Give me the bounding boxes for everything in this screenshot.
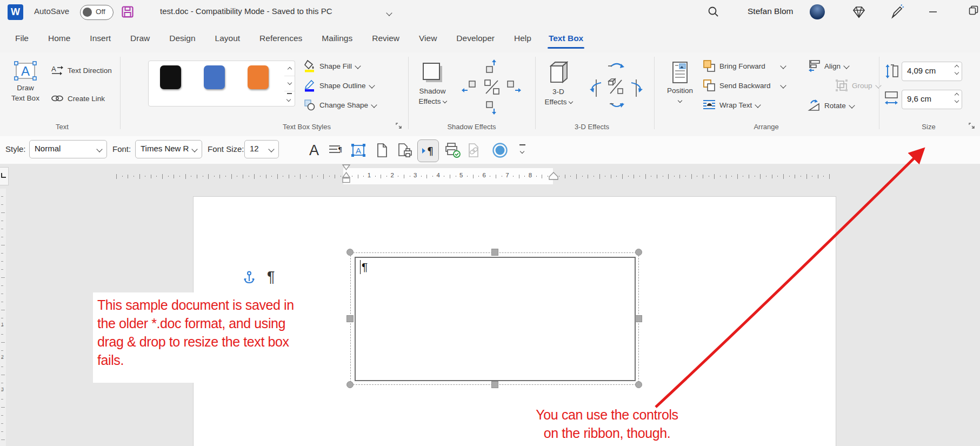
nudge-shadow-down-button[interactable] bbox=[482, 100, 501, 116]
quick-print-button[interactable] bbox=[442, 139, 463, 161]
menu-tab-design[interactable]: Design bbox=[159, 25, 205, 52]
styles-dialog-launcher-icon[interactable] bbox=[395, 122, 403, 130]
bring-forward-button[interactable]: Bring Forward bbox=[703, 59, 785, 72]
search-icon[interactable] bbox=[707, 5, 719, 18]
document-title[interactable]: test.doc - Compatibility Mode - Saved to… bbox=[160, 6, 332, 16]
send-backward-icon bbox=[703, 79, 716, 92]
tab-stop-selector[interactable] bbox=[0, 167, 9, 185]
gallery-more-button[interactable] bbox=[284, 91, 295, 106]
nudge-shadow-up-button[interactable] bbox=[482, 59, 501, 74]
ruler-tick bbox=[122, 176, 123, 177]
indent-markers[interactable] bbox=[342, 164, 351, 185]
threed-on-off-button[interactable] bbox=[606, 77, 625, 96]
chevron-down-icon bbox=[371, 102, 377, 108]
tilt-up-button[interactable] bbox=[606, 59, 627, 73]
height-spinner[interactable] bbox=[955, 64, 958, 74]
word-logo-icon[interactable]: W bbox=[8, 4, 23, 20]
resize-handle-middle-right[interactable] bbox=[635, 315, 642, 322]
menu-tab-draw[interactable]: Draw bbox=[121, 25, 159, 52]
style-swatch-black[interactable] bbox=[160, 65, 181, 89]
gallery-scroll-up[interactable] bbox=[284, 61, 295, 76]
shape-fill-button[interactable]: Shape Fill bbox=[304, 59, 360, 72]
menu-tab-help[interactable]: Help bbox=[504, 25, 541, 52]
resize-handle-top-left[interactable] bbox=[346, 249, 354, 256]
menu-tab-insert[interactable]: Insert bbox=[80, 25, 121, 52]
menu-tab-references[interactable]: References bbox=[250, 25, 312, 52]
menu-tab-home[interactable]: Home bbox=[38, 25, 80, 52]
menu-tab-mailings[interactable]: Mailings bbox=[312, 25, 362, 52]
chevron-down-icon[interactable] bbox=[780, 82, 786, 88]
gallery-scroll-down[interactable] bbox=[284, 76, 295, 91]
create-link-button[interactable]: Create Link bbox=[51, 93, 105, 104]
menu-tab-view[interactable]: View bbox=[409, 25, 446, 52]
toolbar-overflow-button[interactable] bbox=[515, 139, 530, 161]
shadow-on-off-button[interactable] bbox=[483, 78, 501, 96]
nudge-shadow-left-button[interactable] bbox=[461, 79, 479, 95]
style-swatch-orange[interactable] bbox=[248, 65, 269, 89]
width-spinner[interactable] bbox=[955, 92, 958, 102]
group-divider bbox=[879, 57, 879, 129]
text-box[interactable] bbox=[355, 257, 636, 381]
rotate-button[interactable]: Rotate bbox=[808, 99, 854, 112]
threed-effects-button[interactable]: 3-D Effects bbox=[539, 57, 577, 119]
title-dropdown-chevron-icon[interactable] bbox=[387, 9, 391, 18]
align-button[interactable]: Align bbox=[808, 59, 849, 72]
right-indent-marker[interactable] bbox=[548, 172, 559, 181]
nudge-shadow-right-button[interactable] bbox=[504, 79, 522, 95]
restore-button[interactable] bbox=[969, 5, 978, 15]
resize-handle-top-middle[interactable] bbox=[491, 249, 498, 256]
resize-handle-bottom-right[interactable] bbox=[635, 381, 642, 388]
style-combo[interactable]: Normal bbox=[29, 140, 107, 158]
size-dialog-launcher-icon[interactable] bbox=[968, 122, 976, 130]
position-button[interactable]: Position bbox=[662, 57, 698, 119]
avatar[interactable] bbox=[810, 4, 825, 19]
menu-tab-layout[interactable]: Layout bbox=[205, 25, 250, 52]
save-icon[interactable] bbox=[121, 5, 134, 18]
menu-tab-file[interactable]: File bbox=[5, 25, 38, 52]
resize-handle-top-right[interactable] bbox=[635, 249, 642, 256]
minimize-button[interactable] bbox=[929, 8, 937, 16]
print-preview-button[interactable] bbox=[395, 139, 415, 161]
font-size-combo[interactable]: 12 bbox=[244, 140, 279, 158]
chevron-down-icon bbox=[849, 102, 855, 108]
shape-height-input[interactable]: 4,09 cm bbox=[902, 62, 962, 81]
ruler-tick bbox=[755, 176, 755, 177]
font-dialog-button[interactable]: A bbox=[304, 139, 324, 161]
menu-tab-review[interactable]: Review bbox=[362, 25, 409, 52]
font-combo[interactable]: Times New R bbox=[135, 140, 202, 158]
page-printer-icon bbox=[397, 143, 412, 158]
resize-handle-bottom-left[interactable] bbox=[346, 381, 354, 388]
shape-outline-label: Shape Outline bbox=[319, 82, 366, 90]
tab-text-box[interactable]: Text Box bbox=[541, 26, 591, 51]
text-direction-button[interactable]: A Text Direction bbox=[51, 64, 112, 76]
vruler-tick bbox=[1, 221, 3, 221]
style-swatch-blue[interactable] bbox=[204, 65, 225, 89]
autosave-toggle[interactable]: Off bbox=[80, 5, 114, 20]
vertical-ruler[interactable]: 123 bbox=[0, 189, 6, 446]
send-backward-button[interactable]: Send Backward bbox=[703, 79, 785, 92]
paragraph-settings-button[interactable]: ¶ bbox=[325, 139, 346, 161]
shape-width-input[interactable]: 9,6 cm bbox=[902, 90, 962, 109]
ruler-tick bbox=[249, 176, 249, 177]
tilt-right-button[interactable] bbox=[628, 78, 644, 98]
change-shape-button[interactable]: Change Shape bbox=[304, 99, 376, 111]
tilt-left-button[interactable] bbox=[588, 78, 604, 98]
feedback-pen-icon[interactable] bbox=[889, 4, 904, 19]
tilt-down-button[interactable] bbox=[606, 99, 627, 114]
resize-handle-middle-left[interactable] bbox=[346, 315, 354, 322]
text-box-format-button[interactable]: A bbox=[348, 139, 369, 161]
ruler-tick bbox=[679, 175, 680, 178]
wrap-text-button[interactable]: Wrap Text bbox=[703, 99, 760, 111]
formatting-marks-toggle[interactable]: ¶ bbox=[417, 139, 439, 162]
highlight-color-button[interactable] bbox=[490, 139, 510, 161]
shape-outline-button[interactable]: Shape Outline bbox=[304, 79, 374, 92]
menu-tab-developer[interactable]: Developer bbox=[446, 25, 504, 52]
resize-handle-bottom-middle[interactable] bbox=[491, 381, 498, 388]
chevron-down-icon[interactable] bbox=[780, 63, 786, 69]
new-document-button[interactable] bbox=[372, 139, 392, 161]
draw-text-box-button[interactable]: A Draw Text Box bbox=[8, 57, 43, 119]
ruler-tick bbox=[737, 174, 738, 179]
premium-gem-icon[interactable] bbox=[852, 5, 866, 19]
user-name[interactable]: Stefan Blom bbox=[748, 6, 793, 16]
shadow-effects-button[interactable]: Shadow Effects bbox=[413, 57, 452, 119]
